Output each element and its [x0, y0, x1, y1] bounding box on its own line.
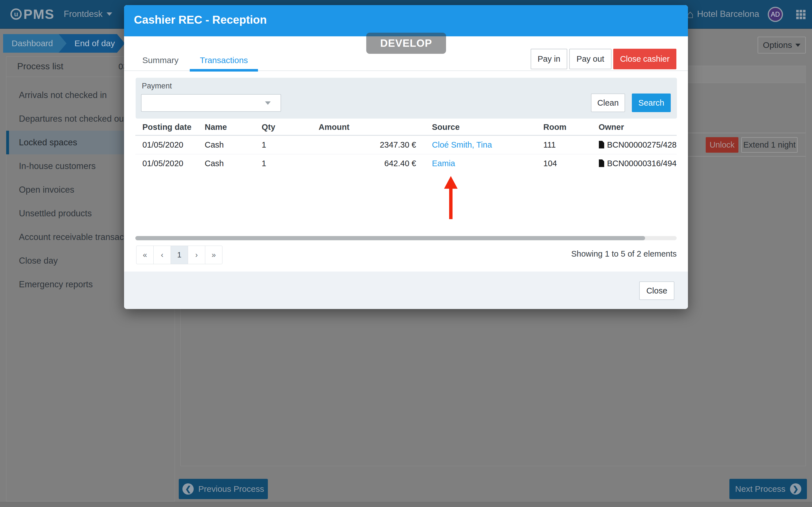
payment-filter-label: Payment	[142, 82, 172, 91]
chevron-down-icon	[795, 44, 801, 47]
next-process-button[interactable]: Next Process ❯	[729, 479, 807, 499]
col-owner: Owner	[585, 120, 677, 135]
table-header-row: Posting date Name Qty Amount Source Room…	[135, 120, 677, 135]
page-1-button[interactable]: 1	[170, 245, 188, 264]
unlock-button[interactable]: Unlock	[706, 137, 739, 153]
transactions-table: Posting date Name Qty Amount Source Room…	[135, 120, 677, 173]
owner-ref: BCN00000275/428	[607, 140, 677, 149]
develop-badge: DEVELOP	[366, 33, 446, 54]
process-list-title: Process list	[17, 61, 63, 71]
extend-night-button[interactable]: Extend 1 night	[741, 137, 798, 153]
logo-u-icon: u	[10, 8, 22, 20]
table-row: 01/05/2020 Cash 1 642.40 € Eamia 104 BCN…	[135, 154, 677, 173]
close-cashier-button[interactable]: Close cashier	[613, 49, 676, 69]
cell-amount: 642.40 €	[319, 154, 417, 173]
previous-process-button[interactable]: ❮ Previous Process	[179, 479, 268, 499]
app-logo[interactable]: u PMS	[10, 0, 54, 28]
horizontal-scrollbar	[135, 236, 677, 240]
cell-source: Eamia	[417, 154, 536, 173]
chevron-down-icon	[107, 12, 112, 16]
document-icon	[599, 141, 604, 149]
table-row: 01/05/2020 Cash 1 2347.30 € Cloé Smith, …	[135, 135, 677, 154]
scrollbar-thumb[interactable]	[135, 236, 645, 240]
frontdesk-menu-label: Frontdesk	[64, 9, 103, 19]
modal-title: Cashier REC - Reception	[134, 13, 267, 26]
col-room: Room	[536, 120, 585, 135]
col-posting-date: Posting date	[135, 120, 197, 135]
cell-owner: BCN00000316/494	[585, 154, 677, 173]
filter-panel: Payment Clean Search	[136, 78, 677, 119]
modal-footer: Close	[124, 272, 688, 309]
col-qty: Qty	[254, 120, 319, 135]
source-link[interactable]: Cloé Smith, Tina	[432, 140, 492, 149]
page-first-button[interactable]: «	[136, 245, 154, 264]
pay-out-button[interactable]: Pay out	[569, 49, 612, 69]
cell-owner: BCN00000275/428	[585, 135, 677, 154]
owner-ref: BCN00000316/494	[607, 159, 677, 168]
pagination: « ‹ 1 › »	[136, 245, 222, 264]
cell-posting-date: 01/05/2020	[135, 154, 197, 173]
frontdesk-menu[interactable]: Frontdesk	[64, 0, 112, 28]
page-last-button[interactable]: »	[205, 245, 222, 264]
col-amount: Amount	[319, 120, 417, 135]
logo-text: PMS	[23, 6, 54, 22]
source-link[interactable]: Eamia	[432, 159, 455, 168]
modal-close-button[interactable]: Close	[639, 281, 674, 300]
next-process-label: Next Process	[735, 484, 785, 494]
active-tab-underline	[190, 69, 258, 71]
tab-transactions[interactable]: Transactions	[190, 36, 258, 71]
hotel-selector[interactable]: ⌂ Hotel Barcelona	[687, 0, 759, 28]
results-summary: Showing 1 to 5 of 2 elements	[571, 249, 677, 259]
options-button[interactable]: Options	[758, 37, 806, 54]
arrow-stem	[449, 189, 453, 219]
chevron-left-circle-icon: ❮	[183, 483, 194, 495]
cell-posting-date: 01/05/2020	[135, 135, 197, 154]
cell-qty: 1	[254, 154, 319, 173]
col-name: Name	[197, 120, 254, 135]
cell-room: 111	[536, 135, 585, 154]
options-label: Options	[763, 40, 792, 50]
cell-source: Cloé Smith, Tina	[417, 135, 536, 154]
cell-qty: 1	[254, 135, 319, 154]
modal-header: Cashier REC - Reception	[124, 5, 688, 36]
pay-in-button[interactable]: Pay in	[530, 49, 567, 69]
cell-name: Cash	[197, 135, 254, 154]
hotel-name: Hotel Barcelona	[697, 9, 759, 19]
page-next-button[interactable]: ›	[188, 245, 205, 264]
arrow-head	[444, 176, 458, 189]
tab-summary[interactable]: Summary	[137, 55, 184, 65]
cell-room: 104	[536, 154, 585, 173]
screen: u PMS Frontdesk ⌂ Hotel Barcelona AD Das…	[0, 0, 812, 507]
col-source: Source	[417, 120, 536, 135]
select-caret-icon	[265, 101, 271, 105]
cell-amount: 2347.30 €	[319, 135, 417, 154]
page-bottom-edge	[0, 502, 812, 507]
search-button[interactable]: Search	[632, 94, 671, 112]
document-icon	[599, 159, 604, 167]
clean-button[interactable]: Clean	[591, 94, 625, 112]
page-prev-button[interactable]: ‹	[153, 245, 171, 264]
annotation-arrow-up	[444, 176, 458, 219]
chevron-right-circle-icon: ❯	[790, 483, 801, 495]
apps-grid-icon[interactable]	[796, 10, 806, 19]
cell-name: Cash	[197, 154, 254, 173]
payment-select[interactable]	[141, 94, 281, 112]
breadcrumb-end-of-day[interactable]: End of day	[59, 34, 125, 53]
tab-transactions-label: Transactions	[190, 55, 258, 65]
avatar[interactable]: AD	[768, 7, 783, 22]
previous-process-label: Previous Process	[198, 484, 264, 494]
